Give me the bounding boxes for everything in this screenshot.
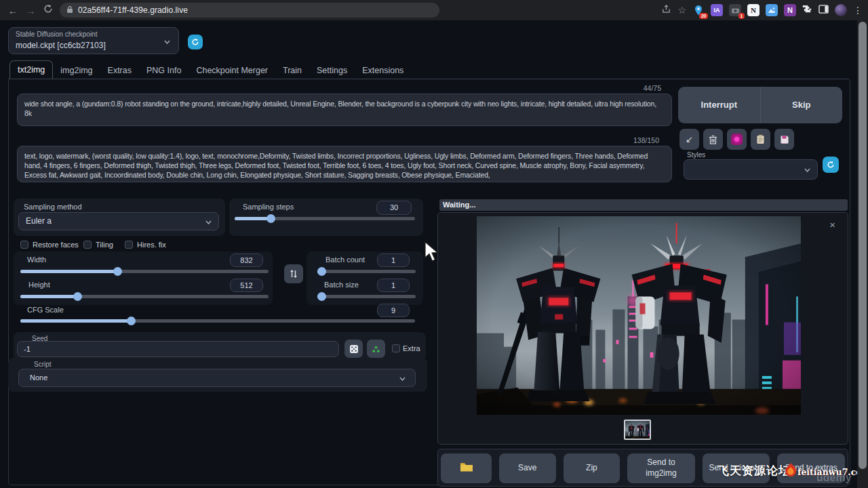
chevron-down-icon: [399, 377, 406, 381]
skip-button[interactable]: Skip: [761, 87, 843, 123]
side-panel-icon[interactable]: [818, 4, 829, 17]
generate-button-group: Interrupt Skip: [678, 87, 842, 123]
tab-extensions[interactable]: Extensions: [355, 62, 411, 79]
capture-badge: 1: [738, 13, 745, 19]
tab-extras[interactable]: Extras: [100, 62, 139, 79]
arrow-down-left-icon: ↙: [686, 134, 693, 144]
forward-icon[interactable]: →: [22, 5, 39, 16]
profile-avatar[interactable]: [835, 4, 847, 16]
sampling-steps-value[interactable]: 30: [376, 201, 412, 215]
hires-fix-label: Hires. fix: [137, 241, 166, 249]
send-to-extras-button[interactable]: Send to extras: [777, 453, 845, 483]
apply-styles-button[interactable]: [751, 129, 770, 150]
pink-dot-icon: [731, 134, 743, 145]
swap-dimensions-button[interactable]: [284, 264, 303, 283]
sampling-method-dropdown[interactable]: Euler a: [18, 212, 219, 230]
tab-checkpoint-merger[interactable]: Checkpoint Merger: [189, 62, 275, 79]
tab-img2img[interactable]: img2img: [53, 62, 100, 79]
generated-image[interactable]: [477, 216, 801, 415]
width-value[interactable]: 832: [230, 253, 263, 267]
chevron-down-icon: [205, 220, 212, 224]
seed-input[interactable]: -1: [17, 341, 339, 357]
styles-label: Styles: [687, 151, 705, 159]
negative-prompt-input[interactable]: [17, 146, 672, 182]
styles-dropdown[interactable]: [684, 159, 818, 180]
reload-icon[interactable]: [39, 4, 57, 16]
restore-faces-label: Restore faces: [33, 241, 79, 249]
batch-count-slider[interactable]: [317, 270, 416, 273]
extension-ia-icon[interactable]: IA: [711, 4, 723, 16]
tiling-checkbox[interactable]: [83, 241, 92, 249]
script-dropdown[interactable]: None: [18, 369, 416, 387]
width-label: Width: [27, 256, 46, 264]
swap-arrows-icon: [290, 269, 298, 279]
pin-badge: 20: [699, 13, 708, 19]
height-label: Height: [28, 281, 50, 289]
zip-button[interactable]: Zip: [564, 453, 620, 483]
restore-faces-checkbox[interactable]: [20, 241, 28, 249]
floppy-disk-icon: [780, 135, 789, 144]
cfg-scale-slider[interactable]: [20, 319, 415, 323]
checkpoint-dropdown[interactable]: Stable Diffusion checkpoint model.ckpt […: [8, 27, 179, 54]
width-slider[interactable]: [20, 270, 269, 273]
batch-size-slider[interactable]: [317, 295, 416, 298]
extension-photos-icon[interactable]: [766, 4, 778, 16]
height-slider[interactable]: [20, 295, 269, 298]
script-label: Script: [34, 361, 52, 368]
extensions-puzzle-icon[interactable]: [802, 4, 812, 17]
tab-settings[interactable]: Settings: [309, 62, 355, 79]
bookmark-star-icon[interactable]: ☆: [677, 5, 686, 16]
chevron-down-icon: [164, 40, 170, 44]
extension-onenote-icon[interactable]: N: [784, 4, 796, 16]
script-value: None: [30, 373, 47, 382]
tab-png-info[interactable]: PNG Info: [139, 62, 189, 79]
save-button[interactable]: Save: [499, 453, 556, 483]
interrupt-button[interactable]: Interrupt: [678, 87, 760, 123]
tab-txt2img[interactable]: txt2img: [9, 60, 53, 79]
recycle-icon: [371, 344, 381, 354]
sampling-steps-block: Sampling steps 30: [229, 199, 423, 236]
batch-size-value[interactable]: 1: [377, 279, 410, 292]
url-bar[interactable]: 02a56ff4-71ff-439e.gradio.live: [60, 3, 439, 18]
open-folder-button[interactable]: [441, 453, 492, 483]
progress-status: Waiting...: [443, 201, 475, 209]
save-style-button[interactable]: [774, 129, 794, 150]
extra-seed-checkbox[interactable]: [392, 344, 400, 352]
prompt-token-counter: 44/75: [620, 84, 661, 92]
hires-fix-checkbox[interactable]: [125, 241, 133, 249]
styles-refresh-button[interactable]: [823, 157, 839, 173]
random-seed-button[interactable]: [344, 340, 363, 358]
batch-count-value[interactable]: 1: [377, 253, 410, 267]
prompt-input[interactable]: [17, 94, 672, 126]
extra-networks-button[interactable]: [727, 129, 747, 150]
checkpoint-refresh-button[interactable]: [188, 35, 203, 49]
progress-bar: Waiting...: [439, 199, 848, 211]
browser-menu-icon[interactable]: ⋮: [853, 5, 863, 16]
cfg-scale-value[interactable]: 9: [377, 304, 410, 317]
clear-prompt-button[interactable]: [703, 129, 723, 150]
send-to-img2img-button[interactable]: Send to img2img: [627, 453, 695, 483]
cfg-scale-label: CFG Scale: [27, 306, 64, 314]
send-to-inpaint-button[interactable]: Send to inpaint: [703, 453, 770, 483]
extension-pin-icon[interactable]: 20: [692, 4, 705, 16]
sampling-method-label: Sampling method: [24, 203, 82, 211]
height-value[interactable]: 512: [230, 279, 263, 292]
tab-train[interactable]: Train: [275, 62, 309, 79]
extension-notion-icon[interactable]: N: [747, 4, 760, 16]
url-text: 02a56ff4-71ff-439e.gradio.live: [78, 5, 188, 15]
lock-icon: [66, 4, 73, 16]
scrollbar-thumb[interactable]: [859, 22, 867, 469]
gallery-thumbnail[interactable]: [624, 420, 651, 440]
extra-seed-label: Extra: [403, 344, 420, 352]
close-icon[interactable]: ×: [829, 220, 835, 230]
extension-capture-icon[interactable]: 1: [729, 4, 741, 16]
reuse-seed-button[interactable]: [367, 340, 385, 358]
back-icon[interactable]: ←: [4, 5, 22, 16]
batch-count-label: Batch count: [326, 256, 365, 264]
paste-generation-params-button[interactable]: ↙: [679, 129, 699, 150]
page-scrollbar[interactable]: [857, 20, 868, 488]
sampling-steps-slider[interactable]: [235, 217, 415, 220]
checkpoint-label: Stable Diffusion checkpoint: [16, 30, 97, 38]
output-actions-panel: Save Zip Send to img2img Send to inpaint…: [437, 449, 848, 487]
share-icon[interactable]: [661, 4, 671, 17]
